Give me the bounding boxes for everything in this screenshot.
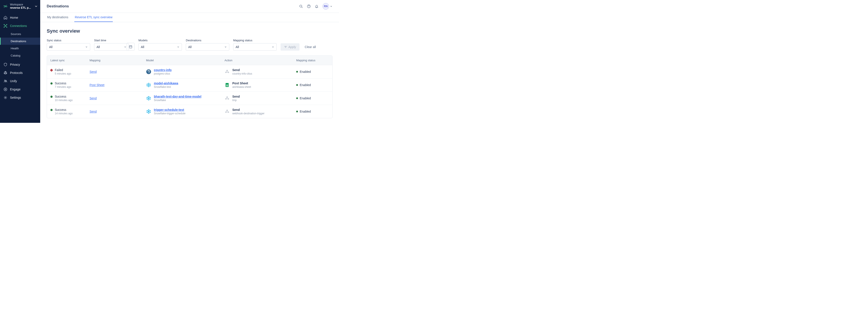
svg-point-1 <box>4 7 4 8</box>
svg-line-8 <box>6 25 7 26</box>
filters: Sync status All Start time All <box>47 39 333 51</box>
action-dest-icon <box>224 110 230 113</box>
shield-icon <box>3 63 7 66</box>
filter-label-destinations: Destinations <box>186 39 229 42</box>
filter-label-models: Models <box>138 39 182 42</box>
nav-sources[interactable]: Sources <box>0 30 40 38</box>
engage-icon <box>3 87 7 91</box>
snowflake-icon <box>146 96 151 101</box>
filter-label-sync-status: Sync status <box>47 39 90 42</box>
help-icon[interactable] <box>307 4 311 8</box>
filter-start-time[interactable]: All <box>94 43 129 51</box>
nav-health[interactable]: Health <box>0 45 40 52</box>
user-menu[interactable]: RN <box>322 3 333 9</box>
model-link[interactable]: country-info <box>154 68 172 72</box>
filter-models[interactable]: All <box>138 43 182 51</box>
mapping-link[interactable]: Send <box>90 70 97 73</box>
th-model: Model <box>146 59 224 62</box>
table-row[interactable]: Failed 5 minutes ago Send country-info p… <box>47 65 332 78</box>
action-name: Send <box>232 108 265 112</box>
status-indicator-icon <box>50 69 53 72</box>
apply-label: Apply <box>288 45 296 49</box>
mapping-link[interactable]: Send <box>90 110 97 113</box>
apply-button[interactable]: Apply <box>281 43 300 51</box>
select-value: All <box>188 45 192 49</box>
status-dot-icon <box>296 97 298 99</box>
home-icon <box>3 15 7 20</box>
connections-icon <box>3 24 7 28</box>
gear-icon <box>3 96 7 99</box>
filter-sync-status[interactable]: All <box>47 43 90 51</box>
nav-settings[interactable]: Settings <box>0 93 40 102</box>
svg-point-0 <box>6 5 7 5</box>
nav-home[interactable]: Home <box>0 13 40 22</box>
sync-status-label: Success <box>55 108 72 112</box>
model-sub: Snowflake <box>154 99 202 102</box>
svg-point-12 <box>5 72 6 73</box>
nav-label: Privacy <box>10 63 20 66</box>
chevron-down-icon <box>272 45 274 48</box>
svg-point-17 <box>6 80 6 81</box>
model-link[interactable]: model-aishikawa <box>154 82 178 85</box>
status-indicator-icon <box>51 109 53 111</box>
workspace-name: reverse ETL p... <box>10 6 32 9</box>
filter-label-start-time: Start time <box>94 39 129 42</box>
table-header: Latest sync Mapping Model Action Mapping… <box>47 56 332 65</box>
sync-status-label: Success <box>55 82 71 85</box>
mapping-status-label: Enabled <box>300 83 311 87</box>
action-sub: webhook-destination-trigger <box>232 112 265 115</box>
filter-label-mapping-status: Mapping status <box>233 39 277 42</box>
svg-point-21 <box>300 5 302 7</box>
svg-line-22 <box>302 7 303 8</box>
nav-connections[interactable]: Connections <box>0 22 40 30</box>
mapping-link[interactable]: Send <box>90 96 97 100</box>
tab-reverse-etl-overview[interactable]: Reverse ETL sync overview <box>74 13 113 22</box>
workspace-switcher[interactable]: Workspace reverse ETL p... <box>0 0 40 12</box>
nav-label: Unify <box>10 79 17 83</box>
chevron-down-icon <box>85 45 88 48</box>
calendar-button[interactable] <box>127 43 134 51</box>
nav-privacy[interactable]: Privacy <box>0 60 40 69</box>
filter-icon <box>284 45 287 49</box>
bell-icon[interactable] <box>315 4 319 8</box>
status-dot-icon <box>296 111 298 113</box>
model-link[interactable]: bharath-test-day-and-time-model <box>154 95 202 98</box>
action-name: Send <box>232 68 252 72</box>
model-sub: postgres-citus <box>154 72 172 75</box>
table-row[interactable]: Success 7 minutes ago Post Sheet model-a… <box>47 78 332 92</box>
select-value: All <box>236 45 239 49</box>
filter-destinations[interactable]: All <box>186 43 229 51</box>
nav-destinations[interactable]: Destinations <box>0 38 40 45</box>
table-row[interactable]: Success 10 minutes ago Send bharath-test… <box>47 92 332 105</box>
svg-line-10 <box>6 26 7 27</box>
chevron-down-icon <box>35 5 38 8</box>
nav-protocols[interactable]: Protocols <box>0 69 40 77</box>
tabs: My destinations Reverse ETL sync overvie… <box>40 13 339 22</box>
svg-point-20 <box>5 97 6 98</box>
content: Sync overview Sync status All Start time… <box>40 22 339 123</box>
main: Destinations RN My destinations Reverse … <box>40 0 339 123</box>
action-sub: country-info-citus <box>232 72 252 75</box>
select-value: All <box>141 45 144 49</box>
clear-all-link[interactable]: Clear all <box>303 43 317 51</box>
nav-label: Connections <box>10 24 27 28</box>
svg-point-19 <box>5 89 6 90</box>
action-sub: aishikawa-sheet <box>232 86 251 89</box>
svg-line-7 <box>4 25 5 26</box>
nav-catalog[interactable]: Catalog <box>0 52 40 59</box>
mapping-link[interactable]: Post Sheet <box>90 83 104 87</box>
tab-my-destinations[interactable]: My destinations <box>47 13 69 22</box>
mapping-status-label: Enabled <box>300 96 311 100</box>
mapping-status-label: Enabled <box>300 110 311 113</box>
search-icon[interactable] <box>299 4 303 8</box>
workspace-label: Workspace <box>10 3 32 6</box>
select-value: All <box>96 45 100 49</box>
nav-engage[interactable]: Engage <box>0 85 40 93</box>
action-name: Post Sheet <box>232 82 251 85</box>
nav-unify[interactable]: Unify <box>0 77 40 85</box>
chevron-down-icon <box>330 5 333 8</box>
th-latest-sync: Latest sync <box>51 59 90 62</box>
table-row[interactable]: Success 14 minutes ago Send trigger-sche… <box>47 105 332 118</box>
model-link[interactable]: trigger-schedule-test <box>154 108 185 112</box>
filter-mapping-status[interactable]: All <box>233 43 277 51</box>
